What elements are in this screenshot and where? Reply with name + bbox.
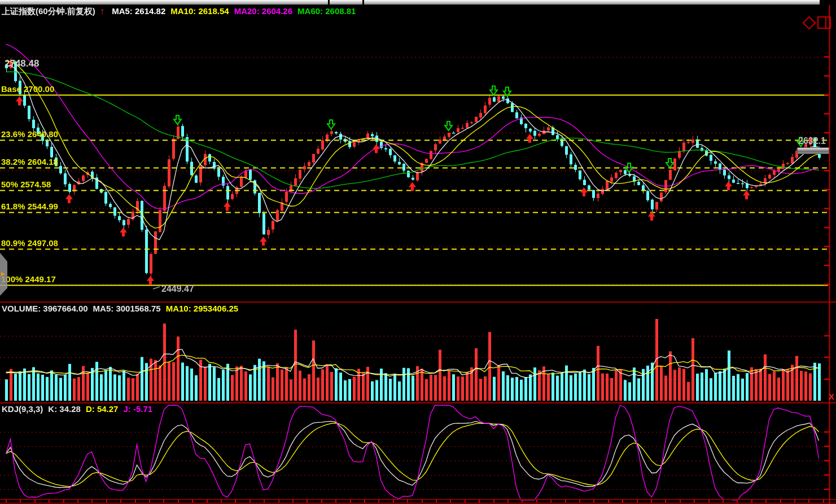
fib-level-label: 80.9% 2497.08	[1, 238, 58, 248]
split-window-icon[interactable]	[817, 16, 831, 29]
fib-level-label: 50% 2574.58	[1, 179, 51, 189]
high-price-annotation: 2748.48	[5, 58, 39, 69]
expand-arrow-icon: ▶	[1, 271, 5, 277]
symbol-title: 上证指数(60分钟.前复权)	[2, 6, 95, 16]
chart-canvas[interactable]	[0, 0, 836, 504]
ma-value-label: MA60: 2608.81	[297, 6, 356, 16]
pane-close-button[interactable]: X	[829, 392, 834, 401]
volume-value-label: MA5: 3001568.75	[93, 304, 161, 313]
ma-value-label: MA5: 2614.82	[112, 6, 165, 16]
volume-pane-header: VOLUME: 3967664.00MA5: 3001568.75MA10: 2…	[2, 304, 248, 313]
trend-up-icon: ↑	[100, 6, 104, 16]
ma-value-label: MA10: 2618.54	[170, 6, 229, 16]
main-chart-header: 上证指数(60分钟.前复权) ↑ MA5: 2614.82MA10: 2618.…	[2, 6, 366, 17]
ma-value-label: MA20: 2604.26	[234, 6, 292, 16]
fib-level-label: 100% 2449.17	[1, 274, 56, 284]
volume-value-label: VOLUME: 3967664.00	[2, 304, 88, 313]
title-strip-notch	[328, 0, 330, 5]
kdj-value-label: J: -5.71	[123, 404, 152, 414]
splitter-handle[interactable]	[797, 147, 829, 154]
fib-level-label: 38.2% 2604.18	[1, 157, 58, 166]
ma-values: MA5: 2614.82MA10: 2618.54MA20: 2604.26MA…	[112, 6, 361, 16]
low-price-annotation: 2449.47	[161, 284, 194, 294]
kdj-value-label: K: 34.28	[48, 404, 81, 414]
fib-level-label: Base 2700.00	[1, 84, 54, 94]
title-strip-notch	[362, 0, 364, 5]
volume-value-label: MA10: 2953406.25	[166, 304, 238, 313]
last-price-annotation: 2632.1	[798, 136, 829, 146]
kdj-value-label: KDJ(9,3,3)	[2, 404, 43, 414]
kdj-pane-header: KDJ(9,3,3)K: 34.28D: 54.27J: -5.71	[2, 404, 163, 414]
kdj-value-label: D: 54.27	[86, 404, 119, 414]
fib-level-label: 61.8% 2544.99	[1, 201, 58, 211]
window-title-strip	[0, 0, 820, 5]
fib-level-label: 23.6% 2640.80	[1, 129, 58, 139]
